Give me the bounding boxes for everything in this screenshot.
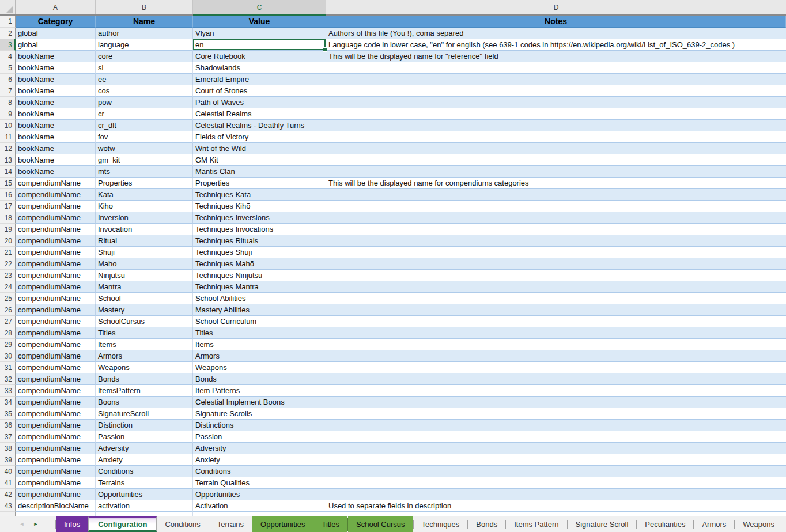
sheet-tab-conditions[interactable]: Conditions bbox=[157, 516, 208, 532]
cell-D1[interactable]: Notes bbox=[326, 16, 786, 28]
cell-D18[interactable] bbox=[326, 212, 786, 224]
cell-C19[interactable]: Techniques Invocations bbox=[193, 224, 326, 235]
row-number[interactable]: 8 bbox=[0, 97, 16, 108]
cell-A43[interactable]: descriptionBlocName bbox=[16, 500, 96, 512]
cell-C12[interactable]: Writ of the Wild bbox=[193, 143, 326, 154]
row-number[interactable]: 1 bbox=[0, 16, 16, 28]
cell-C14[interactable]: Mantis Clan bbox=[193, 166, 326, 178]
cell-C42[interactable]: Opportunities bbox=[193, 489, 326, 500]
cell-C37[interactable]: Passion bbox=[193, 431, 326, 443]
cell-C28[interactable]: Titles bbox=[193, 327, 326, 339]
cell-B10[interactable]: cr_dlt bbox=[96, 120, 193, 131]
row-number[interactable]: 3 bbox=[0, 39, 16, 51]
column-header-D[interactable]: D bbox=[326, 0, 786, 14]
select-all-corner[interactable] bbox=[0, 0, 16, 14]
cell-B36[interactable]: Distinction bbox=[96, 420, 193, 431]
cell-A24[interactable]: compendiumName bbox=[16, 281, 96, 293]
cell-B25[interactable]: School bbox=[96, 293, 193, 304]
sheet-tab-bonds[interactable]: Bonds bbox=[468, 516, 505, 532]
cell-C21[interactable]: Techniques Shuji bbox=[193, 247, 326, 258]
cell-C29[interactable]: Items bbox=[193, 339, 326, 350]
cell-B18[interactable]: Inversion bbox=[96, 212, 193, 224]
cell-B26[interactable]: Mastery bbox=[96, 304, 193, 316]
cell-C10[interactable]: Celestial Realms - Deathly Turns bbox=[193, 120, 326, 131]
cell-B16[interactable]: Kata bbox=[96, 189, 193, 201]
row-number[interactable]: 15 bbox=[0, 178, 16, 189]
cell-C30[interactable]: Armors bbox=[193, 350, 326, 362]
row-number[interactable]: 11 bbox=[0, 131, 16, 143]
cell-A14[interactable]: bookName bbox=[16, 166, 96, 178]
cell-A12[interactable]: bookName bbox=[16, 143, 96, 154]
cell-A3[interactable]: global bbox=[16, 39, 96, 51]
sheet-tab-items[interactable]: Items bbox=[783, 516, 786, 532]
row-number[interactable]: 9 bbox=[0, 108, 16, 120]
cell-D21[interactable] bbox=[326, 247, 786, 258]
row-number[interactable]: 13 bbox=[0, 154, 16, 166]
sheet-tab-signature-scroll[interactable]: Signature Scroll bbox=[568, 516, 637, 532]
cell-D32[interactable] bbox=[326, 373, 786, 385]
cell-D35[interactable] bbox=[326, 408, 786, 420]
cell-C16[interactable]: Techniques Kata bbox=[193, 189, 326, 201]
row-number[interactable]: 38 bbox=[0, 443, 16, 454]
cell-B8[interactable]: pow bbox=[96, 97, 193, 108]
cell-D3[interactable]: Language code in lower case, "en" for en… bbox=[326, 39, 786, 51]
cell-A32[interactable]: compendiumName bbox=[16, 373, 96, 385]
row-number[interactable]: 31 bbox=[0, 362, 16, 373]
row-number[interactable]: 40 bbox=[0, 466, 16, 477]
row-number[interactable]: 20 bbox=[0, 235, 16, 247]
cell-A39[interactable]: compendiumName bbox=[16, 454, 96, 466]
cell-D33[interactable] bbox=[326, 385, 786, 397]
cell-D43[interactable]: Used to separate fields in description bbox=[326, 500, 786, 512]
row-number[interactable]: 22 bbox=[0, 258, 16, 270]
cell-C32[interactable]: Bonds bbox=[193, 373, 326, 385]
cell-A38[interactable]: compendiumName bbox=[16, 443, 96, 454]
cell-D11[interactable] bbox=[326, 131, 786, 143]
cell-C31[interactable]: Weapons bbox=[193, 362, 326, 373]
cell-A6[interactable]: bookName bbox=[16, 74, 96, 85]
cell-A9[interactable]: bookName bbox=[16, 108, 96, 120]
column-header-C[interactable]: C bbox=[193, 0, 326, 16]
cell-A4[interactable]: bookName bbox=[16, 51, 96, 62]
cell-A26[interactable]: compendiumName bbox=[16, 304, 96, 316]
cell-D10[interactable] bbox=[326, 120, 786, 131]
row-number[interactable]: 39 bbox=[0, 454, 16, 466]
cell-C13[interactable]: GM Kit bbox=[193, 154, 326, 166]
sheet-tab-weapons[interactable]: Weapons bbox=[735, 516, 783, 532]
cell-C27[interactable]: School Curriculum bbox=[193, 316, 326, 327]
cell-C4[interactable]: Core Rulebook bbox=[193, 51, 326, 62]
cell-D27[interactable] bbox=[326, 316, 786, 327]
row-number[interactable]: 16 bbox=[0, 189, 16, 201]
cell-A20[interactable]: compendiumName bbox=[16, 235, 96, 247]
cell-A40[interactable]: compendiumName bbox=[16, 466, 96, 477]
cell-B15[interactable]: Properties bbox=[96, 178, 193, 189]
cell-B12[interactable]: wotw bbox=[96, 143, 193, 154]
cell-D19[interactable] bbox=[326, 224, 786, 235]
row-number[interactable]: 24 bbox=[0, 281, 16, 293]
cell-B24[interactable]: Mantra bbox=[96, 281, 193, 293]
row-number[interactable]: 42 bbox=[0, 489, 16, 500]
cell-B4[interactable]: core bbox=[96, 51, 193, 62]
cell-A5[interactable]: bookName bbox=[16, 62, 96, 74]
cell-C25[interactable]: School Abilities bbox=[193, 293, 326, 304]
row-number[interactable]: 34 bbox=[0, 397, 16, 408]
cell-D36[interactable] bbox=[326, 420, 786, 431]
row-number[interactable]: 12 bbox=[0, 143, 16, 154]
row-number[interactable]: 27 bbox=[0, 316, 16, 327]
cell-A19[interactable]: compendiumName bbox=[16, 224, 96, 235]
row-number[interactable]: 2 bbox=[0, 28, 16, 39]
cell-A23[interactable]: compendiumName bbox=[16, 270, 96, 281]
cell-B1[interactable]: Name bbox=[96, 16, 193, 28]
cell-B42[interactable]: Opportunities bbox=[96, 489, 193, 500]
cell-C40[interactable]: Conditions bbox=[193, 466, 326, 477]
column-header-A[interactable]: A bbox=[16, 0, 96, 14]
cell-D25[interactable] bbox=[326, 293, 786, 304]
cell-B9[interactable]: cr bbox=[96, 108, 193, 120]
cell-D4[interactable]: This will be the displayed name for "ref… bbox=[326, 51, 786, 62]
cell-C15[interactable]: Properties bbox=[193, 178, 326, 189]
row-number[interactable]: 37 bbox=[0, 431, 16, 443]
cell-C35[interactable]: Signature Scrolls bbox=[193, 408, 326, 420]
cell-D28[interactable] bbox=[326, 327, 786, 339]
row-number[interactable]: 19 bbox=[0, 224, 16, 235]
sheet-tab-items-pattern[interactable]: Items Pattern bbox=[506, 516, 566, 532]
cell-A21[interactable]: compendiumName bbox=[16, 247, 96, 258]
